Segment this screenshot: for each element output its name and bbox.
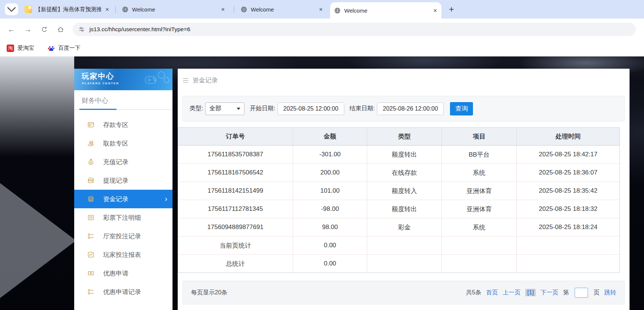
table-cell: 2025-08-25 18:36:07 [517,164,620,182]
jump-button[interactable]: 跳转 [604,289,616,297]
tab-title: Welcome [344,7,429,14]
table-cell: 0.00 [293,255,367,273]
tab-haiyan[interactable]: 【新提醒】海燕体育预测推荐区 × [21,0,114,19]
browser-window: 【新提醒】海燕体育预测推荐区 × Welcome × Welcome × Wel… [0,0,644,310]
tab-welcome-active[interactable]: Welcome × [330,2,441,19]
close-icon[interactable]: × [318,6,323,13]
bookmark-taobao[interactable]: 淘 爱淘宝 [7,45,34,52]
back-button[interactable]: ← [6,24,17,35]
sidebar-item[interactable]: 厅室投注记录 [74,227,172,245]
prev-page-link[interactable]: 上一页 [503,289,520,297]
sidebar-item[interactable]: 资金记录› [74,190,172,208]
chart-icon [87,251,95,258]
table-row: 当前页统计0.00 [178,236,620,255]
tab-separator [115,6,116,13]
table-cell: 1756118535708387 [178,146,293,164]
table-cell: -98.00 [293,200,367,218]
tab-search-button[interactable] [5,3,18,15]
background-triangle [0,183,76,298]
globe-icon [240,6,247,13]
home-button[interactable] [55,24,66,35]
jump-suffix-label: 页 [594,289,599,297]
sidebar-item[interactable]: 存款专区 [74,115,172,134]
deposit-card-icon [87,121,95,128]
sidebar-item[interactable]: 彩票下注明细 [74,208,172,227]
start-date-label: 开始日期: [250,105,275,112]
bookmark-label: 百度一下 [58,45,80,52]
reload-button[interactable] [39,24,50,35]
table-cell: 额度转入 [367,182,442,200]
end-date-input[interactable] [377,102,444,115]
table-cell [367,255,442,273]
sidebar-item-label: 优惠申请记录 [103,288,141,296]
sidebar-item-label: 资金记录 [103,195,128,203]
sidebar-menu: 存款专区取款专区充值记录提现记录资金记录›彩票下注明细厅室投注记录玩家投注报表优… [74,115,172,301]
sidebar-item[interactable]: 优惠申请记录 [74,283,172,301]
sidebar-item-label: 彩票下注明细 [103,213,141,222]
wallet-icon [87,177,95,184]
page-title: 资金记录 [193,76,218,85]
close-icon[interactable]: × [220,6,226,13]
table-cell [367,236,442,255]
first-page-link[interactable]: 首页 [486,289,498,297]
type-select-value: 全部 [209,105,221,112]
table-cell: 额度转出 [367,200,442,218]
address-bar[interactable]: js13.cc/hhcp/usercenter.html?iniType=6 [73,23,636,36]
sidebar-item[interactable]: 充值记录 [74,153,172,171]
table-header-cell: 订单号 [178,128,293,146]
table-cell: 2025-08-25 18:18:32 [517,200,620,218]
table-row: 总统计0.00 [178,255,620,273]
start-date-input[interactable] [277,102,344,115]
tab-separator [234,6,234,13]
type-select[interactable]: 全部 [205,102,244,115]
chevron-down-icon [237,108,240,110]
main-panel: 资金记录 类型: 全部 开始日期: 结束日期: 查询 订单号金额类型项目处理时间 [178,69,630,310]
next-page-link[interactable]: 下一页 [540,289,558,297]
sidebar-item[interactable]: 玩家投注报表 [74,245,172,264]
table-header-row: 订单号金额类型项目处理时间 [178,128,620,146]
sidebar-title: 玩家中心 [82,71,114,81]
table-cell: 亚洲体育 [442,200,517,218]
table-header-cell: 类型 [367,128,442,146]
table-header-cell: 项目 [442,128,517,146]
table-cell: 当前页统计 [178,236,293,255]
withdraw-hand-icon [87,140,95,147]
table-row: 1756118535708387-301.00额度转出BB平台2025-08-2… [178,146,620,164]
filter-bar: 类型: 全部 开始日期: 结束日期: 查询 [183,96,625,121]
bookmark-label: 爱淘宝 [17,45,34,52]
sidebar-section-title: 财务中心 [82,96,108,105]
bookmark-baidu[interactable]: 百度一下 [47,45,80,52]
table-cell: 额度转出 [367,146,442,164]
background-wash [0,56,74,157]
chevron-down-icon [5,3,18,16]
table-cell: 1756118142151499 [178,182,293,200]
site-settings-icon[interactable] [78,26,85,33]
table-cell: 亚洲体育 [442,182,517,200]
forward-button[interactable]: → [22,24,33,35]
table-cell: 2025-08-25 18:35:42 [517,182,620,200]
url-text: js13.cc/hhcp/usercenter.html?iniType=6 [89,26,190,33]
page-content: 玩家中心 PLAYERS CENTER 财务中心 存款专区取款专区充值记录提现记… [0,56,644,310]
table-cell: -301.00 [293,146,367,164]
new-tab-button[interactable]: + [446,4,457,15]
table-cell [517,255,620,273]
table-cell: BB平台 [442,146,517,164]
tab-title: Welcome [251,6,315,13]
tab-welcome-1[interactable]: Welcome × [118,0,229,19]
chevron-right-icon: › [165,195,167,203]
close-icon[interactable]: × [105,6,110,13]
sidebar-header: 玩家中心 PLAYERS CENTER [74,69,172,90]
pagination-bar: 每页显示20条 共5条 首页 上一页 [1] 下一页 第 页 跳转 [183,281,625,304]
sidebar-item[interactable]: 优惠申请 [74,264,172,283]
tab-welcome-2[interactable]: Welcome × [237,0,327,19]
sidebar-item[interactable]: 提现记录 [74,171,172,190]
close-icon[interactable]: × [433,7,438,14]
table-cell: 系统 [442,218,517,236]
sidebar-item-label: 充值记录 [103,158,128,166]
table-cell: 总统计 [178,255,293,273]
query-button[interactable]: 查询 [450,102,473,115]
table-row: 1756118167506542200.00在线存款系统2025-08-25 1… [178,164,620,182]
jump-page-input[interactable] [575,288,588,298]
coins-icon [87,195,95,203]
sidebar-item[interactable]: 取款专区 [74,134,172,153]
